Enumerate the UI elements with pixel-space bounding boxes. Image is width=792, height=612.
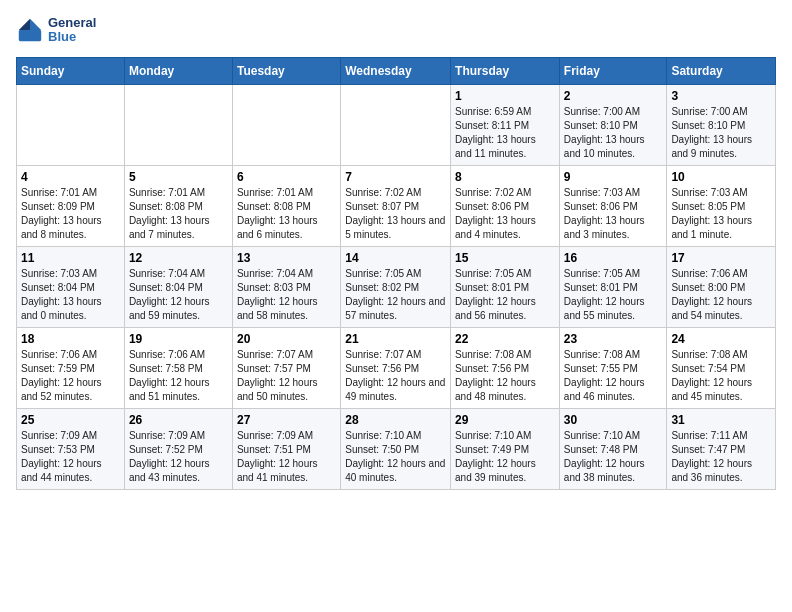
day-header-wednesday: Wednesday (341, 57, 451, 84)
day-info: Sunrise: 7:06 AM Sunset: 7:58 PM Dayligh… (129, 348, 228, 404)
day-info: Sunrise: 7:02 AM Sunset: 8:06 PM Dayligh… (455, 186, 555, 242)
day-number: 28 (345, 413, 446, 427)
day-number: 22 (455, 332, 555, 346)
day-header-tuesday: Tuesday (232, 57, 340, 84)
calendar-cell: 10Sunrise: 7:03 AM Sunset: 8:05 PM Dayli… (667, 165, 776, 246)
day-number: 3 (671, 89, 771, 103)
calendar-cell: 8Sunrise: 7:02 AM Sunset: 8:06 PM Daylig… (451, 165, 560, 246)
day-number: 23 (564, 332, 663, 346)
day-number: 10 (671, 170, 771, 184)
calendar-cell: 14Sunrise: 7:05 AM Sunset: 8:02 PM Dayli… (341, 246, 451, 327)
day-number: 21 (345, 332, 446, 346)
logo: General Blue (16, 16, 96, 45)
day-number: 4 (21, 170, 120, 184)
day-number: 5 (129, 170, 228, 184)
day-number: 7 (345, 170, 446, 184)
day-info: Sunrise: 7:01 AM Sunset: 8:08 PM Dayligh… (129, 186, 228, 242)
day-info: Sunrise: 7:04 AM Sunset: 8:03 PM Dayligh… (237, 267, 336, 323)
day-number: 17 (671, 251, 771, 265)
calendar-week-row: 1Sunrise: 6:59 AM Sunset: 8:11 PM Daylig… (17, 84, 776, 165)
calendar-cell: 7Sunrise: 7:02 AM Sunset: 8:07 PM Daylig… (341, 165, 451, 246)
calendar-cell: 27Sunrise: 7:09 AM Sunset: 7:51 PM Dayli… (232, 408, 340, 489)
calendar-header-row: SundayMondayTuesdayWednesdayThursdayFrid… (17, 57, 776, 84)
day-number: 8 (455, 170, 555, 184)
calendar-cell: 30Sunrise: 7:10 AM Sunset: 7:48 PM Dayli… (559, 408, 667, 489)
page-header: General Blue (16, 16, 776, 45)
calendar-cell: 24Sunrise: 7:08 AM Sunset: 7:54 PM Dayli… (667, 327, 776, 408)
calendar-cell: 3Sunrise: 7:00 AM Sunset: 8:10 PM Daylig… (667, 84, 776, 165)
calendar-week-row: 11Sunrise: 7:03 AM Sunset: 8:04 PM Dayli… (17, 246, 776, 327)
calendar-cell: 1Sunrise: 6:59 AM Sunset: 8:11 PM Daylig… (451, 84, 560, 165)
day-header-monday: Monday (124, 57, 232, 84)
day-info: Sunrise: 7:10 AM Sunset: 7:48 PM Dayligh… (564, 429, 663, 485)
svg-rect-2 (19, 30, 41, 41)
day-info: Sunrise: 7:00 AM Sunset: 8:10 PM Dayligh… (671, 105, 771, 161)
day-info: Sunrise: 7:07 AM Sunset: 7:56 PM Dayligh… (345, 348, 446, 404)
day-number: 31 (671, 413, 771, 427)
calendar-cell (232, 84, 340, 165)
calendar-cell: 22Sunrise: 7:08 AM Sunset: 7:56 PM Dayli… (451, 327, 560, 408)
day-info: Sunrise: 7:10 AM Sunset: 7:49 PM Dayligh… (455, 429, 555, 485)
day-number: 2 (564, 89, 663, 103)
day-header-sunday: Sunday (17, 57, 125, 84)
calendar-cell (17, 84, 125, 165)
day-number: 19 (129, 332, 228, 346)
calendar-cell: 15Sunrise: 7:05 AM Sunset: 8:01 PM Dayli… (451, 246, 560, 327)
day-info: Sunrise: 7:09 AM Sunset: 7:52 PM Dayligh… (129, 429, 228, 485)
calendar-week-row: 4Sunrise: 7:01 AM Sunset: 8:09 PM Daylig… (17, 165, 776, 246)
calendar-cell (341, 84, 451, 165)
day-info: Sunrise: 7:08 AM Sunset: 7:55 PM Dayligh… (564, 348, 663, 404)
day-info: Sunrise: 7:02 AM Sunset: 8:07 PM Dayligh… (345, 186, 446, 242)
day-number: 9 (564, 170, 663, 184)
day-number: 25 (21, 413, 120, 427)
day-info: Sunrise: 7:07 AM Sunset: 7:57 PM Dayligh… (237, 348, 336, 404)
day-number: 13 (237, 251, 336, 265)
day-info: Sunrise: 7:01 AM Sunset: 8:08 PM Dayligh… (237, 186, 336, 242)
calendar-table: SundayMondayTuesdayWednesdayThursdayFrid… (16, 57, 776, 490)
calendar-cell: 4Sunrise: 7:01 AM Sunset: 8:09 PM Daylig… (17, 165, 125, 246)
day-info: Sunrise: 7:04 AM Sunset: 8:04 PM Dayligh… (129, 267, 228, 323)
day-number: 1 (455, 89, 555, 103)
day-info: Sunrise: 7:03 AM Sunset: 8:04 PM Dayligh… (21, 267, 120, 323)
day-info: Sunrise: 7:09 AM Sunset: 7:53 PM Dayligh… (21, 429, 120, 485)
logo-icon (16, 16, 44, 44)
logo-text: General Blue (48, 16, 96, 45)
day-number: 30 (564, 413, 663, 427)
calendar-cell: 20Sunrise: 7:07 AM Sunset: 7:57 PM Dayli… (232, 327, 340, 408)
calendar-cell: 28Sunrise: 7:10 AM Sunset: 7:50 PM Dayli… (341, 408, 451, 489)
day-number: 27 (237, 413, 336, 427)
day-number: 14 (345, 251, 446, 265)
day-info: Sunrise: 7:08 AM Sunset: 7:54 PM Dayligh… (671, 348, 771, 404)
day-info: Sunrise: 7:08 AM Sunset: 7:56 PM Dayligh… (455, 348, 555, 404)
day-info: Sunrise: 7:06 AM Sunset: 7:59 PM Dayligh… (21, 348, 120, 404)
day-info: Sunrise: 6:59 AM Sunset: 8:11 PM Dayligh… (455, 105, 555, 161)
day-info: Sunrise: 7:10 AM Sunset: 7:50 PM Dayligh… (345, 429, 446, 485)
calendar-cell: 5Sunrise: 7:01 AM Sunset: 8:08 PM Daylig… (124, 165, 232, 246)
day-info: Sunrise: 7:05 AM Sunset: 8:01 PM Dayligh… (564, 267, 663, 323)
day-number: 12 (129, 251, 228, 265)
day-number: 29 (455, 413, 555, 427)
calendar-week-row: 18Sunrise: 7:06 AM Sunset: 7:59 PM Dayli… (17, 327, 776, 408)
calendar-cell: 6Sunrise: 7:01 AM Sunset: 8:08 PM Daylig… (232, 165, 340, 246)
calendar-cell: 31Sunrise: 7:11 AM Sunset: 7:47 PM Dayli… (667, 408, 776, 489)
day-info: Sunrise: 7:05 AM Sunset: 8:02 PM Dayligh… (345, 267, 446, 323)
day-header-saturday: Saturday (667, 57, 776, 84)
day-number: 15 (455, 251, 555, 265)
day-number: 26 (129, 413, 228, 427)
day-number: 11 (21, 251, 120, 265)
calendar-cell: 29Sunrise: 7:10 AM Sunset: 7:49 PM Dayli… (451, 408, 560, 489)
day-number: 6 (237, 170, 336, 184)
calendar-cell: 18Sunrise: 7:06 AM Sunset: 7:59 PM Dayli… (17, 327, 125, 408)
day-number: 18 (21, 332, 120, 346)
day-header-thursday: Thursday (451, 57, 560, 84)
calendar-cell: 11Sunrise: 7:03 AM Sunset: 8:04 PM Dayli… (17, 246, 125, 327)
day-number: 24 (671, 332, 771, 346)
calendar-cell: 2Sunrise: 7:00 AM Sunset: 8:10 PM Daylig… (559, 84, 667, 165)
calendar-cell: 12Sunrise: 7:04 AM Sunset: 8:04 PM Dayli… (124, 246, 232, 327)
svg-marker-1 (19, 19, 30, 30)
day-info: Sunrise: 7:05 AM Sunset: 8:01 PM Dayligh… (455, 267, 555, 323)
calendar-cell: 9Sunrise: 7:03 AM Sunset: 8:06 PM Daylig… (559, 165, 667, 246)
day-number: 20 (237, 332, 336, 346)
calendar-week-row: 25Sunrise: 7:09 AM Sunset: 7:53 PM Dayli… (17, 408, 776, 489)
day-info: Sunrise: 7:11 AM Sunset: 7:47 PM Dayligh… (671, 429, 771, 485)
